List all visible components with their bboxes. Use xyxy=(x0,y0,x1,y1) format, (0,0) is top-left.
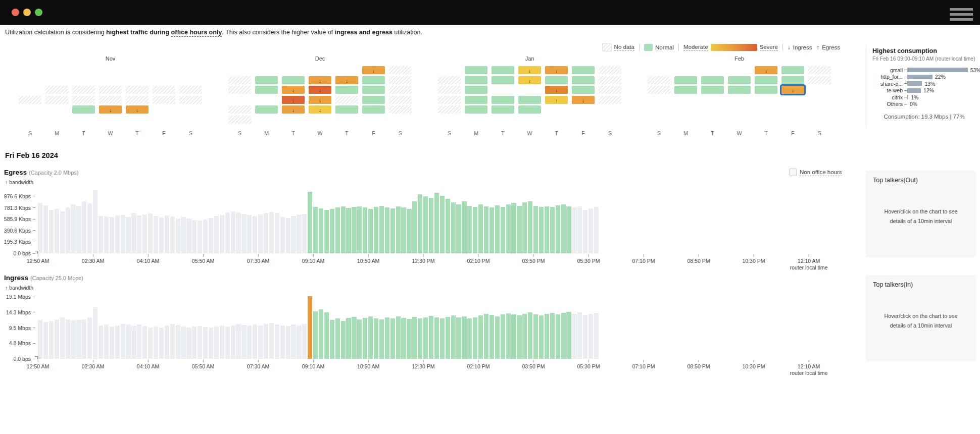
usage-bar[interactable] xyxy=(357,319,362,359)
usage-bar[interactable] xyxy=(456,204,461,253)
calendar-day-cell[interactable] xyxy=(465,76,487,84)
usage-bar[interactable] xyxy=(49,321,54,359)
usage-bar[interactable] xyxy=(495,316,500,359)
usage-bar[interactable] xyxy=(324,210,329,253)
usage-bar[interactable] xyxy=(594,207,599,253)
usage-bar[interactable] xyxy=(275,213,279,253)
usage-bar[interactable] xyxy=(43,205,48,253)
usage-bar[interactable] xyxy=(341,321,346,359)
usage-bar[interactable] xyxy=(148,328,153,359)
legend-no-data-label[interactable]: No data xyxy=(614,44,634,51)
usage-bar[interactable] xyxy=(231,326,235,359)
usage-bar[interactable] xyxy=(280,326,285,359)
usage-bar[interactable] xyxy=(401,207,406,253)
usage-bar[interactable] xyxy=(368,209,373,253)
usage-bar[interactable] xyxy=(539,315,544,359)
usage-bar[interactable] xyxy=(495,205,500,253)
usage-bar[interactable] xyxy=(186,328,191,359)
usage-bar[interactable] xyxy=(220,326,224,359)
usage-bar[interactable] xyxy=(231,211,235,253)
usage-bar[interactable] xyxy=(159,328,164,359)
usage-bar[interactable] xyxy=(198,221,202,253)
usage-bar[interactable] xyxy=(203,220,208,253)
usage-bar[interactable] xyxy=(423,317,428,359)
usage-bar[interactable] xyxy=(170,324,175,359)
usage-bar[interactable] xyxy=(462,201,466,253)
calendar-day-cell[interactable] xyxy=(282,76,305,84)
usage-bar[interactable] xyxy=(82,201,86,253)
usage-bar[interactable] xyxy=(412,317,417,359)
calendar-day-cell[interactable] xyxy=(755,86,777,94)
usage-bar[interactable] xyxy=(374,207,378,253)
calendar-day-cell[interactable] xyxy=(545,76,568,84)
calendar-day-cell[interactable] xyxy=(465,86,487,94)
usage-bar[interactable] xyxy=(286,326,290,359)
calendar-day-cell[interactable]: ↓ xyxy=(126,105,149,114)
usage-bar[interactable] xyxy=(330,209,334,253)
calendar-day-cell[interactable] xyxy=(572,76,595,84)
usage-bar[interactable] xyxy=(286,218,290,253)
usage-bar[interactable] xyxy=(214,327,219,359)
usage-bar[interactable] xyxy=(533,314,538,359)
usage-bar[interactable] xyxy=(456,317,461,359)
usage-bar[interactable] xyxy=(501,207,505,253)
usage-bar[interactable] xyxy=(522,202,527,253)
window-close-button[interactable] xyxy=(12,9,19,16)
legend-severe-label[interactable]: Severe xyxy=(760,44,778,51)
usage-bar[interactable] xyxy=(517,315,521,359)
usage-bar[interactable] xyxy=(269,212,274,253)
calendar-day-cell[interactable] xyxy=(492,105,514,114)
usage-bar[interactable] xyxy=(489,207,494,253)
usage-bar[interactable] xyxy=(186,219,191,253)
usage-bar[interactable] xyxy=(484,206,488,253)
usage-bar[interactable] xyxy=(104,324,109,359)
usage-bar[interactable] xyxy=(589,314,593,359)
usage-bar[interactable] xyxy=(209,328,213,359)
calendar-day-cell[interactable] xyxy=(335,86,358,94)
usage-bar[interactable] xyxy=(148,213,153,253)
usage-bar[interactable] xyxy=(76,320,81,359)
usage-bar[interactable] xyxy=(418,194,422,253)
usage-bar[interactable] xyxy=(319,309,323,359)
calendar-day-cell[interactable] xyxy=(572,66,595,74)
usage-bar[interactable] xyxy=(446,317,450,359)
usage-bar[interactable] xyxy=(429,198,433,253)
usage-bar[interactable] xyxy=(566,206,571,253)
usage-bar[interactable] xyxy=(93,307,97,359)
calendar-day-cell[interactable]: ↓ xyxy=(99,105,122,114)
usage-bar[interactable] xyxy=(264,213,268,253)
usage-bar[interactable] xyxy=(154,327,158,359)
usage-bar[interactable] xyxy=(142,326,147,359)
usage-bar[interactable] xyxy=(407,319,411,359)
usage-bar[interactable] xyxy=(225,212,230,253)
calendar-day-cell[interactable] xyxy=(728,86,751,94)
usage-bar[interactable] xyxy=(390,318,395,359)
usage-bar[interactable] xyxy=(165,326,169,359)
usage-bar[interactable] xyxy=(506,204,511,253)
calendar-day-cell[interactable] xyxy=(781,76,804,84)
usage-bar[interactable] xyxy=(87,203,92,253)
usage-bar[interactable] xyxy=(440,196,445,253)
usage-bar[interactable] xyxy=(137,215,141,253)
usage-bar[interactable] xyxy=(247,215,252,253)
usage-bar[interactable] xyxy=(324,312,329,359)
calendar-day-cell[interactable]: ↓ xyxy=(572,96,595,104)
usage-bar[interactable] xyxy=(76,206,81,253)
usage-bar[interactable] xyxy=(484,314,488,359)
usage-bar[interactable] xyxy=(577,206,582,253)
usage-bar[interactable] xyxy=(110,327,114,359)
usage-bar[interactable] xyxy=(539,207,544,253)
usage-bar[interactable] xyxy=(528,312,532,359)
usage-bar[interactable] xyxy=(545,206,549,253)
usage-bar[interactable] xyxy=(225,327,230,359)
calendar-day-cell[interactable] xyxy=(492,66,514,74)
usage-bar[interactable] xyxy=(302,214,307,253)
usage-bar[interactable] xyxy=(589,208,593,253)
usage-bar[interactable] xyxy=(368,316,373,359)
calendar-day-cell[interactable] xyxy=(728,76,751,84)
calendar-day-cell[interactable] xyxy=(465,105,487,114)
usage-bar[interactable] xyxy=(385,317,389,359)
usage-bar[interactable] xyxy=(451,315,456,359)
usage-bar[interactable] xyxy=(49,210,54,253)
usage-bar[interactable] xyxy=(198,326,202,359)
